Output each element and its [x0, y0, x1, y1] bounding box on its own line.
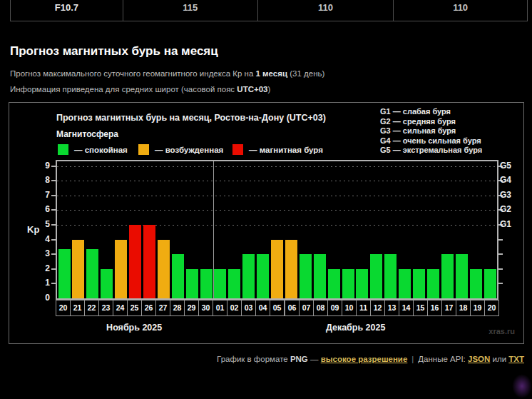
page-title: Прогноз магнитных бурь на месяц — [10, 44, 218, 59]
date-cell: 10 — [342, 300, 357, 316]
kp-bar — [143, 225, 155, 298]
chart-panel: Прогноз магнитных бурь на месяц, Ростов-… — [9, 102, 524, 344]
kp-bar — [58, 249, 71, 298]
date-cell: 30 — [198, 300, 213, 316]
legend-item-label: — возбужденная — [155, 146, 223, 154]
kp-bar — [158, 240, 170, 298]
table-cell: 110 — [394, 0, 527, 21]
subtitle-text: (31 день) — [287, 69, 324, 78]
legend-item: — магнитная буря — [232, 144, 323, 155]
kp-bar — [214, 269, 226, 298]
footer: График в формате PNG — высокое разрешени… — [217, 355, 524, 363]
gridline — [57, 225, 497, 226]
kp-bar — [242, 254, 255, 298]
page: F10.7115110110 Прогноз магнитных бурь на… — [0, 0, 532, 399]
json-link[interactable]: JSON — [468, 355, 490, 363]
date-cell: 03 — [241, 300, 256, 316]
y-axis-tick — [498, 239, 503, 241]
kp-bar — [172, 254, 184, 298]
storm-swatch — [232, 144, 243, 155]
y-axis-tick — [51, 224, 56, 226]
gridline — [57, 210, 497, 211]
gridline — [57, 181, 497, 181]
g-level-label: G1 — [500, 219, 524, 229]
y-axis-tick — [51, 253, 56, 255]
g-level-label: G5 — [500, 161, 524, 171]
y-axis-tick — [498, 253, 503, 255]
kp-bar — [257, 254, 269, 298]
kp-bar — [186, 269, 198, 298]
date-cell: 29 — [184, 300, 199, 316]
gridline — [57, 196, 497, 196]
table-cell: F10.7 — [11, 0, 123, 21]
date-cell: 05 — [270, 300, 285, 316]
date-cell: 23 — [98, 300, 113, 316]
kp-bar — [271, 240, 283, 298]
table-cell: 110 — [258, 0, 394, 21]
footer-png-label: PNG — [290, 355, 308, 363]
y-axis-tick — [51, 239, 56, 241]
y-axis-tick — [51, 195, 56, 196]
kp-bar — [328, 269, 340, 298]
date-cell: 11 — [356, 300, 371, 316]
y-axis-label: 1 — [36, 278, 50, 288]
legend-item-label: — магнитная буря — [249, 146, 323, 154]
kp-bar — [399, 269, 411, 298]
watermark: xras.ru — [488, 327, 515, 335]
kp-bar — [342, 269, 354, 298]
date-cell: 19 — [470, 300, 485, 316]
y-axis-label: 6 — [36, 204, 50, 214]
date-cell: 21 — [70, 300, 85, 316]
solar-indices-table: F10.7115110110 — [10, 0, 528, 21]
y-axis-tick — [51, 209, 56, 211]
legend-item: — возбужденная — [138, 144, 223, 155]
footer-text: — — [308, 355, 321, 363]
txt-link[interactable]: TXT — [508, 355, 524, 363]
kp-bar — [200, 269, 213, 298]
storm-scale-legend: G1 — слабая буряG2 — средняя буряG3 — си… — [380, 107, 482, 156]
date-cell: 09 — [327, 300, 342, 316]
footer-text: График в формате — [217, 355, 290, 363]
kp-bar — [314, 254, 326, 298]
storm-scale-line: G3 — сильная буря — [380, 126, 482, 136]
kp-bar — [456, 254, 468, 298]
kp-bar — [484, 269, 496, 298]
magnetosphere-legend: — спокойная— возбужденная— магнитная бур… — [9, 144, 380, 157]
footer-text: или — [490, 355, 508, 363]
footer-separator: | — [407, 355, 418, 363]
y-axis-tick — [498, 283, 503, 284]
kp-axis-title: Kp — [27, 224, 39, 235]
y-axis-tick — [51, 180, 56, 181]
legend-item-label: — спокойная — [74, 146, 128, 154]
kp-bar — [129, 225, 141, 298]
kp-bar — [370, 254, 382, 298]
kp-bar — [356, 269, 368, 298]
chart-title: Прогноз магнитных бурь на месяц, Ростов-… — [56, 113, 326, 123]
y-axis-label: 7 — [36, 190, 50, 200]
y-axis-label: 4 — [36, 234, 50, 244]
y-axis-tick — [51, 268, 56, 270]
y-axis-label: 8 — [36, 175, 50, 185]
excited-swatch — [138, 144, 149, 155]
date-cell: 17 — [441, 300, 456, 316]
high-resolution-link[interactable]: высокое разрешение — [321, 355, 408, 363]
kp-bar — [228, 269, 240, 298]
date-cell: 08 — [313, 300, 328, 316]
kp-bar — [427, 269, 439, 298]
date-cell: 01 — [213, 300, 227, 316]
date-cell: 07 — [299, 300, 314, 316]
kp-bar — [86, 249, 98, 298]
date-cell: 20 — [484, 300, 499, 316]
storm-scale-line: G2 — средняя буря — [380, 117, 482, 127]
kp-bar — [441, 254, 454, 298]
month-label: Декабрь 2025 — [302, 323, 409, 333]
legend-item: — спокойная — [58, 144, 128, 155]
date-cell: 02 — [227, 300, 242, 316]
g-level-label: G3 — [500, 190, 524, 200]
date-cell: 28 — [170, 300, 185, 316]
date-cell: 16 — [427, 300, 442, 316]
date-cell: 06 — [285, 300, 300, 316]
y-axis-tick — [51, 283, 56, 284]
subtitle-timezone: Информация приведена для средних широт (… — [10, 85, 270, 94]
quiet-swatch — [58, 144, 68, 155]
